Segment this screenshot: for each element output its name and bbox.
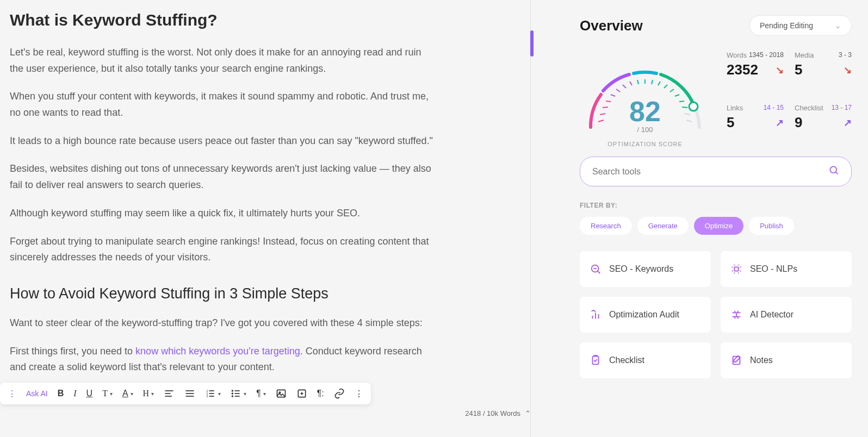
paragraph[interactable]: Want to steer clear of the keyword-stuff… bbox=[10, 315, 434, 332]
search-input[interactable] bbox=[592, 167, 828, 177]
tool-label: Notes bbox=[750, 355, 773, 365]
gauge: 82 / 100 OPTIMIZATION SCORE bbox=[580, 51, 710, 140]
tool-label: SEO - NLPs bbox=[750, 264, 797, 274]
tool-seo-keywords[interactable]: SEO - Keywords bbox=[580, 251, 711, 287]
tool-notes[interactable]: Notes bbox=[721, 342, 852, 378]
chevron-down-icon: ⌄ bbox=[835, 21, 841, 30]
svg-point-43 bbox=[830, 166, 836, 173]
filter-pill-publish[interactable]: Publish bbox=[749, 217, 794, 235]
tool-label: SEO - Keywords bbox=[609, 264, 673, 274]
paragraph[interactable]: First things first, you need to know whi… bbox=[10, 344, 434, 376]
tool-ai-detector[interactable]: AI Detector bbox=[721, 297, 852, 333]
filter-pill-generate[interactable]: Generate bbox=[637, 217, 689, 235]
editor-toolbar: ⋮ Ask AI B I U T▾ A▾ H▾ 123▾ ▾ ¶▾ ¶: ⋮ bbox=[0, 383, 371, 404]
svg-line-36 bbox=[670, 89, 674, 92]
keyword-icon bbox=[590, 263, 602, 275]
paragraph[interactable]: Forget about trying to manipulate search… bbox=[10, 234, 434, 266]
ask-ai-button[interactable]: Ask AI bbox=[26, 389, 48, 398]
arrow-down-icon: ↘ bbox=[844, 64, 852, 76]
stat-value: 5 bbox=[795, 61, 802, 78]
svg-point-17 bbox=[232, 396, 233, 397]
nlp-icon bbox=[730, 263, 742, 275]
tool-label: AI Detector bbox=[750, 310, 793, 320]
unordered-list-button[interactable]: ▾ bbox=[231, 388, 246, 399]
svg-line-37 bbox=[675, 95, 679, 96]
pane-divider bbox=[530, 0, 531, 437]
tool-seo-nlp[interactable]: SEO - NLPs bbox=[721, 251, 852, 287]
svg-line-46 bbox=[598, 271, 600, 274]
svg-line-35 bbox=[664, 85, 667, 88]
font-color-button[interactable]: A▾ bbox=[122, 389, 133, 398]
tool-checklist[interactable]: Checklist bbox=[580, 342, 711, 378]
word-counter-text: 2418 / 10k Words bbox=[465, 409, 520, 417]
status-label: Pending Editing bbox=[760, 21, 813, 30]
align-left-button[interactable] bbox=[164, 388, 175, 399]
tools-grid: SEO - Keywords SEO - NLPs Optimization A… bbox=[580, 251, 852, 378]
ai-icon bbox=[730, 309, 742, 321]
stat-range: 13 - 17 bbox=[832, 104, 852, 112]
paragraph[interactable]: Let's be real, keyword stuffing is the w… bbox=[10, 45, 434, 77]
paragraph-button[interactable]: ¶▾ bbox=[256, 389, 266, 398]
heading-button[interactable]: H▾ bbox=[143, 389, 154, 398]
scroll-indicator[interactable] bbox=[530, 30, 534, 57]
status-dropdown[interactable]: Pending Editing ⌄ bbox=[749, 15, 852, 36]
editor-pane: What is Keyword Stuffing? Let's be real,… bbox=[0, 0, 563, 437]
arrow-up-icon: ↗ bbox=[844, 117, 852, 129]
paragraph[interactable]: It leads to a high bounce rate because u… bbox=[10, 133, 434, 149]
tool-optimization-audit[interactable]: Optimization Audit bbox=[580, 297, 711, 333]
tool-label: Checklist bbox=[609, 355, 644, 365]
paragraph[interactable]: When you stuff your content with keyword… bbox=[10, 89, 434, 121]
insert-button[interactable] bbox=[296, 388, 307, 399]
stat-value: 2352 bbox=[727, 61, 758, 78]
editor-link[interactable]: know which keywords you're targeting bbox=[135, 346, 300, 357]
underline-button[interactable]: U bbox=[86, 389, 93, 398]
svg-line-28 bbox=[616, 89, 620, 92]
svg-line-44 bbox=[835, 172, 838, 174]
svg-rect-48 bbox=[734, 267, 738, 271]
bold-button[interactable]: B bbox=[58, 389, 64, 398]
sidebar-header: Overview Pending Editing ⌄ bbox=[580, 15, 852, 36]
stat-label: Words bbox=[727, 51, 747, 59]
arrow-up-icon: ↗ bbox=[776, 117, 784, 129]
image-button[interactable] bbox=[276, 388, 287, 399]
stat-checklist: Checklist13 - 17 9↗ bbox=[795, 104, 852, 140]
svg-line-33 bbox=[652, 80, 653, 84]
word-counter[interactable]: 2418 / 10k Words ⌃ bbox=[465, 409, 531, 417]
svg-point-16 bbox=[232, 393, 233, 394]
svg-line-30 bbox=[630, 82, 632, 85]
paragraph[interactable]: Although keyword stuffing may seem like … bbox=[10, 205, 434, 222]
toolbar-handle-icon[interactable]: ⋮ bbox=[8, 389, 16, 399]
svg-line-31 bbox=[637, 80, 638, 84]
italic-button[interactable]: I bbox=[73, 389, 76, 398]
pilcrow-button[interactable]: ¶: bbox=[317, 389, 324, 398]
stat-range: 14 - 15 bbox=[764, 104, 784, 112]
stat-label: Checklist bbox=[795, 104, 823, 112]
stat-range: 3 - 3 bbox=[839, 51, 852, 59]
filter-pills: Research Generate Optimize Publish bbox=[580, 217, 852, 235]
audit-icon bbox=[590, 309, 602, 321]
paragraph[interactable]: Besides, websites dishing out tons of un… bbox=[10, 161, 434, 193]
text: First things first, you need to bbox=[10, 346, 135, 357]
filter-pill-research[interactable]: Research bbox=[580, 217, 632, 235]
text-style-button[interactable]: T▾ bbox=[102, 389, 113, 398]
score-value: 82 bbox=[580, 97, 710, 126]
more-button[interactable]: ⋮ bbox=[355, 389, 363, 399]
notes-icon bbox=[730, 354, 742, 366]
link-button[interactable] bbox=[334, 388, 345, 399]
filter-label: FILTER BY: bbox=[580, 202, 852, 209]
checklist-icon bbox=[590, 354, 602, 366]
editor-content[interactable]: What is Keyword Stuffing? Let's be real,… bbox=[10, 11, 531, 376]
heading-1[interactable]: What is Keyword Stuffing? bbox=[10, 11, 531, 29]
overview-stats: 82 / 100 OPTIMIZATION SCORE Words1345 - … bbox=[580, 51, 852, 140]
align-justify-button[interactable] bbox=[184, 388, 195, 399]
heading-2[interactable]: How to Avoid Keyword Stuffing in 3 Simpl… bbox=[10, 285, 531, 302]
stats-grid: Words1345 - 2018 2352↘ Media3 - 3 5↘ Lin… bbox=[727, 51, 852, 140]
stat-label: Links bbox=[727, 104, 743, 112]
search-tools[interactable] bbox=[580, 157, 852, 186]
svg-line-34 bbox=[658, 82, 660, 85]
arrow-down-icon: ↘ bbox=[776, 64, 784, 76]
score-label: OPTIMIZATION SCORE bbox=[580, 141, 710, 147]
filter-pill-optimize[interactable]: Optimize bbox=[694, 217, 743, 235]
ordered-list-button[interactable]: 123▾ bbox=[205, 388, 221, 399]
svg-line-29 bbox=[623, 85, 626, 88]
